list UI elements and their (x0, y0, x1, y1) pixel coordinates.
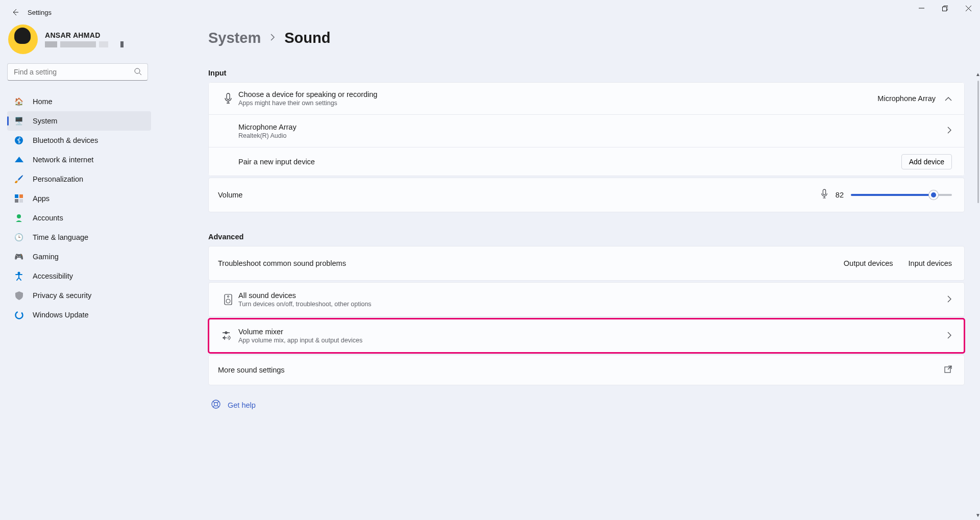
nav-label: Network & internet (33, 156, 93, 164)
chevron-right-icon (947, 332, 952, 340)
gamepad-icon: 🎮 (14, 253, 23, 261)
help-icon (211, 400, 220, 410)
breadcrumb-current: Sound (284, 30, 330, 46)
svg-rect-10 (227, 93, 230, 100)
back-button[interactable] (7, 4, 23, 20)
card-title: Choose a device for speaking or recordin… (238, 90, 877, 98)
scroll-down-button[interactable]: ▼ (975, 512, 980, 518)
speaker-icon (218, 294, 238, 305)
app-title: Settings (28, 9, 52, 16)
microphone-icon (218, 93, 238, 104)
minimize-icon (919, 6, 924, 11)
nav-label: Gaming (33, 253, 59, 261)
apps-icon (14, 194, 23, 203)
svg-rect-3 (15, 194, 18, 198)
nav-label: Accessibility (33, 272, 73, 280)
nav-label: System (33, 117, 57, 125)
pair-input-device-row: Pair a new input device Add device (208, 147, 965, 176)
volume-mixer-row[interactable]: Volume mixer App volume mix, app input &… (208, 318, 965, 353)
section-title-advanced: Advanced (208, 233, 965, 241)
input-volume-row: Volume 82 (208, 178, 965, 212)
nav-network[interactable]: Network & internet (7, 150, 151, 169)
maximize-button[interactable] (933, 0, 957, 16)
nav-personalization[interactable]: 🖌️Personalization (7, 169, 151, 189)
nav-label: Apps (33, 194, 50, 203)
nav-label: Privacy & security (33, 291, 91, 300)
user-email-redacted (45, 41, 124, 47)
network-icon (14, 157, 23, 163)
nav-accessibility[interactable]: Accessibility (7, 266, 151, 286)
nav-label: Windows Update (33, 311, 89, 319)
close-icon (966, 6, 971, 11)
volume-slider[interactable] (851, 194, 952, 196)
accessibility-icon (14, 271, 23, 281)
breadcrumb: System Sound (208, 30, 965, 46)
clock-icon: 🕒 (14, 233, 23, 242)
add-device-button[interactable]: Add device (901, 154, 952, 169)
nav-accounts[interactable]: Accounts (7, 208, 151, 228)
svg-rect-11 (823, 189, 825, 195)
card-subtitle: Turn devices on/off, troubleshoot, other… (238, 301, 947, 308)
chevron-right-icon (270, 34, 275, 43)
minimize-button[interactable] (910, 0, 933, 16)
breadcrumb-parent[interactable]: System (208, 30, 261, 46)
card-title: All sound devices (238, 291, 947, 300)
card-title: Pair a new input device (238, 158, 901, 166)
card-subtitle: Realtek(R) Audio (238, 132, 947, 139)
nav-time[interactable]: 🕒Time & language (7, 228, 151, 247)
svg-point-14 (226, 299, 230, 303)
svg-rect-0 (942, 7, 946, 11)
brush-icon: 🖌️ (14, 175, 23, 184)
nav-label: Bluetooth & devices (33, 136, 98, 144)
choose-input-device-row[interactable]: Choose a device for speaking or recordin… (208, 82, 965, 115)
input-devices-button[interactable]: Input devices (909, 259, 952, 267)
nav-system[interactable]: 🖥️System (7, 111, 151, 131)
chevron-up-icon (945, 94, 952, 103)
output-devices-button[interactable]: Output devices (844, 259, 893, 267)
external-link-icon (944, 365, 952, 375)
troubleshoot-row: Troubleshoot common sound problems Outpu… (208, 246, 965, 281)
get-help-link[interactable]: Get help (208, 400, 965, 410)
slider-thumb[interactable] (929, 190, 938, 200)
card-title: Troubleshoot common sound problems (218, 259, 844, 267)
nav-privacy[interactable]: Privacy & security (7, 286, 151, 305)
user-block[interactable]: ANSAR AHMAD (7, 24, 151, 54)
all-sound-devices-row[interactable]: All sound devices Turn devices on/off, t… (208, 282, 965, 317)
svg-point-7 (17, 214, 21, 218)
person-icon (14, 214, 23, 222)
chevron-right-icon (947, 127, 952, 135)
input-device-microphone-array[interactable]: Microphone Array Realtek(R) Audio (208, 115, 965, 147)
nav-apps[interactable]: Apps (7, 189, 151, 208)
nav-label: Time & language (33, 233, 88, 241)
card-title: More sound settings (218, 366, 944, 374)
card-title: Volume mixer (238, 328, 947, 336)
section-title-input: Input (208, 69, 965, 77)
svg-point-13 (228, 296, 229, 298)
nav-gaming[interactable]: 🎮Gaming (7, 247, 151, 266)
more-sound-settings-row[interactable]: More sound settings (208, 355, 965, 385)
card-title: Microphone Array (238, 123, 947, 131)
nav-home[interactable]: 🏠Home (7, 92, 151, 111)
close-button[interactable] (957, 0, 980, 16)
mixer-icon (218, 331, 238, 341)
selected-input-device: Microphone Array (877, 94, 936, 103)
update-icon (14, 311, 23, 319)
bluetooth-icon (14, 136, 23, 144)
scroll-up-button[interactable]: ▲ (975, 71, 980, 77)
scrollbar[interactable] (977, 81, 979, 203)
sidebar: ANSAR AHMAD 🏠Home 🖥️System Bluetooth & d… (0, 24, 156, 520)
maximize-icon (942, 6, 948, 11)
svg-point-17 (214, 403, 218, 406)
shield-icon (14, 291, 23, 300)
card-subtitle: App volume mix, app input & output devic… (238, 337, 947, 344)
search-input[interactable] (7, 63, 148, 81)
nav-label: Personalization (33, 175, 83, 183)
svg-rect-4 (19, 194, 23, 198)
microphone-icon[interactable] (820, 189, 828, 201)
chevron-right-icon (947, 295, 952, 304)
svg-rect-5 (15, 199, 18, 203)
svg-rect-6 (19, 199, 23, 203)
system-icon: 🖥️ (14, 117, 23, 126)
nav-update[interactable]: Windows Update (7, 305, 151, 325)
nav-bluetooth[interactable]: Bluetooth & devices (7, 131, 151, 150)
